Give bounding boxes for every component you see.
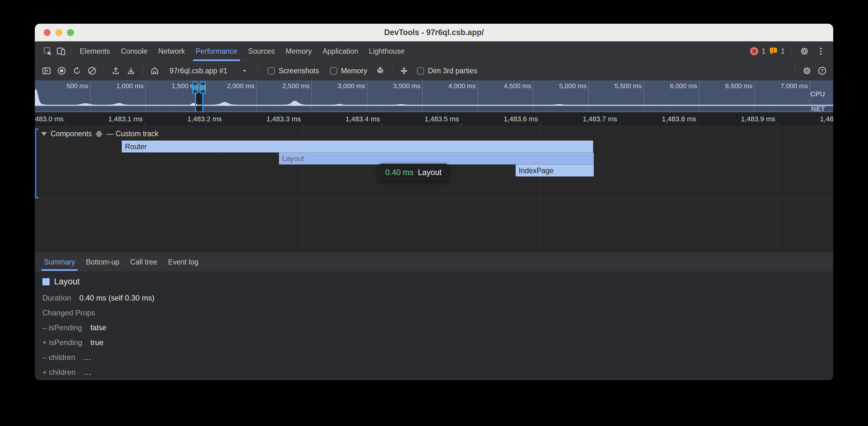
tab-console[interactable]: Console <box>116 41 153 61</box>
selected-track-indicator <box>35 128 39 198</box>
track-divider <box>35 198 833 199</box>
event-bar-router[interactable]: Router <box>122 141 593 153</box>
dim-3rd-parties-toggle[interactable]: Dim 3rd parties <box>417 67 477 75</box>
tab-call-tree[interactable]: Call tree <box>125 253 163 271</box>
left-drag-handle[interactable] <box>192 81 198 94</box>
selection-left-edge[interactable] <box>195 91 196 112</box>
summary-value: 0.40 ms (self 0.30 ms) <box>80 294 154 302</box>
inspect-element-button[interactable] <box>41 44 54 58</box>
tab-sources[interactable]: Sources <box>243 41 280 61</box>
collapse-tracks-button[interactable] <box>397 64 411 77</box>
summary-row-duration: Duration0.40 ms (self 0.30 ms) <box>42 294 833 302</box>
track-name: Components <box>51 130 92 138</box>
memory-checkbox[interactable] <box>330 67 337 74</box>
memory-toggle[interactable]: Memory <box>330 67 367 75</box>
performance-toolbar: 97r6ql.csb.app #1 Screenshots Memory Dim… <box>35 61 833 80</box>
load-profile-button[interactable] <box>109 64 122 77</box>
timeline-overview[interactable]: 500 ms1,000 ms1,500 ms2,000 ms2,500 ms3,… <box>35 80 833 112</box>
summary-pane: Layout Duration0.40 ms (self 0.30 ms)Cha… <box>35 271 833 380</box>
ruler-tick-label: 1,483.2 ms <box>142 115 222 123</box>
ruler-tick-label: 1,483.8 ms <box>616 115 696 123</box>
screenshots-label: Screenshots <box>279 67 319 75</box>
close-window-button[interactable] <box>44 29 51 36</box>
more-options-button[interactable] <box>814 44 828 58</box>
track-header[interactable]: Components — Custom track <box>41 130 158 138</box>
issues-count: 1 <box>781 47 785 56</box>
capture-settings-button[interactable] <box>800 64 814 77</box>
summary-key: – children <box>42 353 75 362</box>
error-badge[interactable]: 1 <box>749 46 766 56</box>
screenshots-toggle[interactable]: Screenshots <box>268 67 319 75</box>
ruler-tick-mark <box>777 123 778 126</box>
toggle-sidebar-button[interactable] <box>40 64 53 77</box>
clear-button[interactable] <box>85 64 99 77</box>
right-drag-handle[interactable] <box>199 81 206 94</box>
save-profile-button[interactable] <box>124 64 137 77</box>
tab-memory[interactable]: Memory <box>280 41 317 61</box>
tab-network[interactable]: Network <box>153 41 190 61</box>
summary-row-ispending: – isPendingfalse <box>42 323 833 332</box>
details-tabbar: SummaryBottom-upCall treeEvent log <box>35 253 833 271</box>
flame-gridline <box>619 126 619 253</box>
svg-text:?: ? <box>820 68 824 73</box>
track-suffix: — Custom track <box>106 130 158 138</box>
event-bar-layout[interactable]: Layout <box>279 153 594 165</box>
help-button[interactable]: ? <box>815 64 829 77</box>
tab-lighthouse[interactable]: Lighthouse <box>364 41 410 61</box>
settings-button[interactable] <box>798 44 811 58</box>
summary-rows: Duration0.40 ms (self 0.30 ms)Changed Pr… <box>42 294 833 377</box>
tab-performance[interactable]: Performance <box>190 41 243 61</box>
trace-selector[interactable]: 97r6ql.csb.app #1 <box>168 67 250 75</box>
tab-bottom-up[interactable]: Bottom-up <box>80 253 125 271</box>
ruler-tick-label: 1,483.9 ms <box>695 115 775 123</box>
tab-application[interactable]: Application <box>317 41 364 61</box>
live-metrics-button[interactable] <box>148 64 161 77</box>
kebab-menu-icon <box>816 46 826 56</box>
ruler-tick-mark <box>65 123 66 126</box>
ruler-tick-mark <box>540 123 540 126</box>
zoom-window-button[interactable] <box>67 29 74 36</box>
summary-title-row: Layout <box>42 277 833 287</box>
dim-3rd-parties-checkbox[interactable] <box>417 67 424 74</box>
record-and-reload-button[interactable] <box>70 64 84 77</box>
devtools-window: DevTools - 97r6ql.csb.app/ ElementsConso… <box>35 24 833 380</box>
ruler-tick-mark <box>619 123 619 126</box>
record-button[interactable] <box>55 64 68 77</box>
flame-chart[interactable]: Components — Custom track RouterLayoutIn… <box>35 126 833 253</box>
ruler-tick-mark <box>698 123 699 126</box>
summary-key: Duration <box>42 294 71 302</box>
event-bar-indexpage[interactable]: IndexPage <box>516 165 594 177</box>
tooltip-label: Layout <box>418 168 442 177</box>
separator <box>71 46 71 56</box>
tab-summary[interactable]: Summary <box>39 253 80 271</box>
summary-value: true <box>90 338 103 347</box>
chevron-down-icon <box>241 68 248 74</box>
collect-garbage-button[interactable] <box>374 64 387 77</box>
screenshots-checkbox[interactable] <box>268 67 275 74</box>
tab-event-log[interactable]: Event log <box>163 253 204 271</box>
separator <box>795 66 795 75</box>
summary-title: Layout <box>54 277 80 287</box>
overview-tick-label: 7,000 ms <box>727 82 808 90</box>
ruler-tick-mark <box>145 123 145 126</box>
traffic-lights <box>44 24 74 41</box>
titlebar: DevTools - 97r6ql.csb.app/ <box>35 24 833 41</box>
selection-right-edge[interactable] <box>202 91 204 112</box>
dim-3rd-parties-label: Dim 3rd parties <box>428 67 477 75</box>
separator <box>791 46 792 56</box>
issues-badge[interactable]: 1 <box>769 46 785 56</box>
tab-elements[interactable]: Elements <box>74 41 116 61</box>
device-toolbar-button[interactable] <box>54 44 68 58</box>
panel-tabs: ElementsConsoleNetworkPerformanceSources… <box>74 41 410 61</box>
gear-icon <box>800 46 809 56</box>
devtools-tabbar: ElementsConsoleNetworkPerformanceSources… <box>35 41 833 61</box>
details-tabs: SummaryBottom-upCall treeEvent log <box>39 253 204 271</box>
minimize-window-button[interactable] <box>55 29 62 36</box>
ruler-tick-label: 1,483.0 ms <box>35 115 64 123</box>
summary-key: + children <box>42 368 75 377</box>
help-icon: ? <box>817 66 827 75</box>
upload-icon <box>111 66 121 75</box>
collapse-track-caret-icon[interactable] <box>41 132 47 136</box>
ruler-tick-label: 1,483.1 ms <box>62 115 143 123</box>
sidebar-panel-icon <box>42 66 51 75</box>
